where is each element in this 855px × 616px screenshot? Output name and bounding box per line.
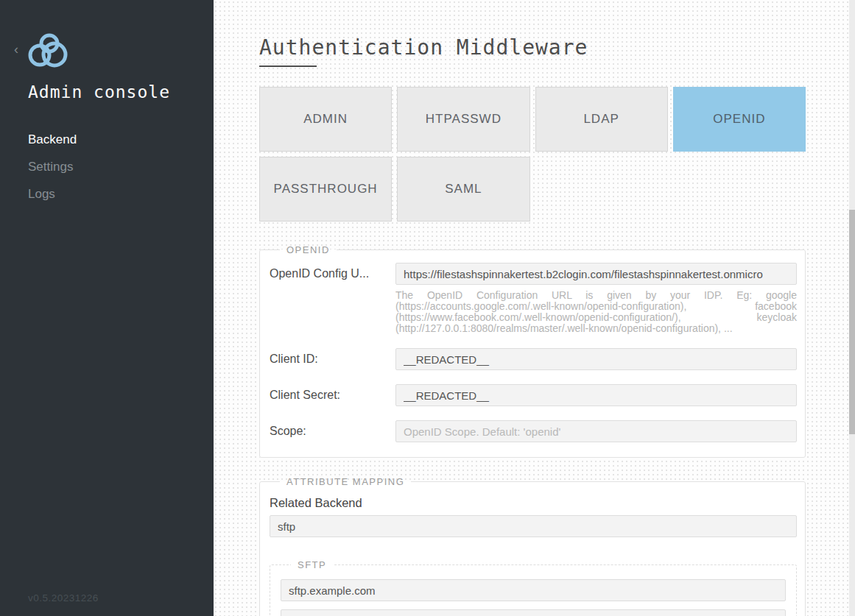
attribute-mapping-legend: ATTRIBUTE MAPPING [280, 476, 411, 487]
sftp-legend: SFTP [291, 559, 333, 570]
openid-config-url-label: OpenID Config U... [270, 263, 395, 334]
related-backend-input[interactable] [270, 515, 797, 537]
sftp-username-input[interactable] [281, 609, 786, 616]
app-title: Admin console [28, 82, 170, 102]
version-label: v0.5.20231226 [28, 592, 99, 603]
sidebar-item-logs[interactable]: Logs [28, 187, 77, 201]
title-underline [259, 66, 317, 67]
main-content: Authentication Middleware ADMIN HTPASSWD… [214, 0, 855, 616]
openid-config-url-help: The OpenID Configuration URL is given by… [395, 290, 797, 334]
collapse-sidebar-icon[interactable]: ‹ [14, 43, 18, 56]
attribute-mapping-fieldset: ATTRIBUTE MAPPING Related Backend SFTP [259, 476, 806, 616]
client-secret-label: Client Secret: [270, 384, 395, 406]
openid-legend: OPENID [280, 244, 337, 255]
scrollbar-thumb[interactable] [849, 210, 855, 434]
middleware-button-ldap[interactable]: LDAP [535, 87, 668, 152]
scope-label: Scope: [270, 420, 395, 442]
openid-fieldset: OPENID OpenID Config U... The OpenID Con… [259, 244, 806, 458]
middleware-button-saml[interactable]: SAML [397, 157, 529, 222]
page-title: Authentication Middleware [259, 35, 806, 60]
sidebar-nav: Backend Settings Logs [28, 132, 77, 214]
middleware-button-passthrough[interactable]: PASSTHROUGH [259, 157, 392, 222]
sidebar-item-settings[interactable]: Settings [28, 160, 77, 174]
client-secret-row: Client Secret: [270, 384, 797, 406]
middleware-button-htpasswd[interactable]: HTPASSWD [397, 87, 529, 152]
related-backend-label: Related Backend [270, 496, 797, 510]
sidebar-item-backend[interactable]: Backend [28, 132, 77, 146]
client-id-input[interactable] [395, 348, 797, 370]
client-id-row: Client ID: [270, 348, 797, 370]
client-id-label: Client ID: [270, 348, 395, 370]
openid-config-url-input[interactable] [395, 263, 797, 285]
middleware-button-openid[interactable]: OPENID [673, 87, 806, 152]
auth-middleware-grid: ADMIN HTPASSWD LDAP OPENID PASSTHROUGH S… [259, 87, 806, 222]
scope-input[interactable] [395, 420, 797, 442]
openid-config-url-row: OpenID Config U... The OpenID Configurat… [270, 263, 797, 334]
scope-row: Scope: [270, 420, 797, 442]
filestash-cloud-logo-icon [27, 32, 72, 69]
sftp-hostname-input[interactable] [281, 579, 786, 601]
client-secret-input[interactable] [395, 384, 797, 406]
middleware-button-admin[interactable]: ADMIN [259, 87, 392, 152]
sidebar: ‹ Admin console Backend Settings Logs v0… [0, 0, 214, 616]
sftp-fieldset: SFTP [270, 559, 797, 616]
